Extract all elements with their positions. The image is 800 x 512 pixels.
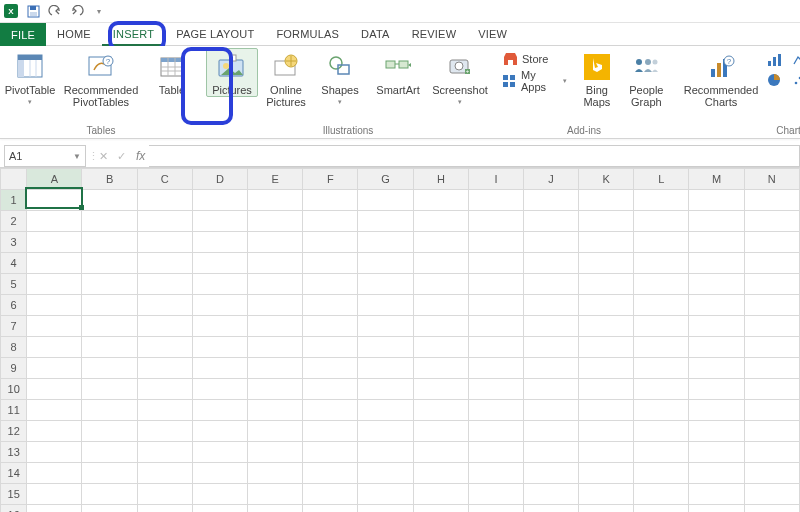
row-header[interactable]: 16 bbox=[1, 505, 27, 513]
bing-maps-button[interactable]: Bing Maps bbox=[573, 48, 620, 109]
cell[interactable] bbox=[579, 400, 634, 421]
cell[interactable] bbox=[303, 232, 358, 253]
cell[interactable] bbox=[137, 190, 192, 211]
cell[interactable] bbox=[413, 484, 468, 505]
cell[interactable] bbox=[523, 337, 578, 358]
cell[interactable] bbox=[744, 463, 799, 484]
row-header[interactable]: 7 bbox=[1, 316, 27, 337]
row-header[interactable]: 8 bbox=[1, 337, 27, 358]
cell[interactable] bbox=[579, 505, 634, 513]
cell[interactable] bbox=[523, 316, 578, 337]
cell[interactable] bbox=[689, 358, 744, 379]
cell[interactable] bbox=[634, 505, 689, 513]
cell[interactable] bbox=[192, 421, 247, 442]
cell[interactable] bbox=[689, 505, 744, 513]
cell[interactable] bbox=[192, 400, 247, 421]
cell[interactable] bbox=[27, 295, 82, 316]
cell[interactable] bbox=[413, 295, 468, 316]
cell[interactable] bbox=[82, 484, 137, 505]
cell[interactable] bbox=[27, 379, 82, 400]
cell[interactable] bbox=[634, 295, 689, 316]
cell[interactable] bbox=[248, 505, 303, 513]
cell[interactable] bbox=[468, 232, 523, 253]
cell[interactable] bbox=[579, 358, 634, 379]
chevron-down-icon[interactable]: ▼ bbox=[73, 152, 81, 161]
cell[interactable] bbox=[192, 211, 247, 232]
cell[interactable] bbox=[248, 442, 303, 463]
cell[interactable] bbox=[27, 463, 82, 484]
cell[interactable] bbox=[27, 274, 82, 295]
cell[interactable] bbox=[634, 463, 689, 484]
cell[interactable] bbox=[82, 505, 137, 513]
cell[interactable] bbox=[744, 316, 799, 337]
cell[interactable] bbox=[523, 484, 578, 505]
cell[interactable] bbox=[634, 274, 689, 295]
cell[interactable] bbox=[303, 295, 358, 316]
cell[interactable] bbox=[579, 211, 634, 232]
cell[interactable] bbox=[744, 484, 799, 505]
cell[interactable] bbox=[523, 253, 578, 274]
cell[interactable] bbox=[413, 505, 468, 513]
cell[interactable] bbox=[523, 211, 578, 232]
cell[interactable] bbox=[303, 484, 358, 505]
cell[interactable] bbox=[689, 463, 744, 484]
cell[interactable] bbox=[744, 190, 799, 211]
cell[interactable] bbox=[744, 232, 799, 253]
cell[interactable] bbox=[689, 421, 744, 442]
cell[interactable] bbox=[27, 253, 82, 274]
cell[interactable] bbox=[634, 484, 689, 505]
cell[interactable] bbox=[468, 316, 523, 337]
cell[interactable] bbox=[744, 337, 799, 358]
cell[interactable] bbox=[634, 232, 689, 253]
cell[interactable] bbox=[523, 358, 578, 379]
cell[interactable] bbox=[634, 253, 689, 274]
cell[interactable] bbox=[358, 337, 413, 358]
cell[interactable] bbox=[634, 211, 689, 232]
cell[interactable] bbox=[248, 484, 303, 505]
cell[interactable] bbox=[358, 421, 413, 442]
cell[interactable] bbox=[82, 274, 137, 295]
cell[interactable] bbox=[413, 232, 468, 253]
cell[interactable] bbox=[248, 400, 303, 421]
cell[interactable] bbox=[192, 232, 247, 253]
cell[interactable] bbox=[468, 337, 523, 358]
shapes-button[interactable]: Shapes▾ bbox=[314, 48, 366, 109]
column-header[interactable]: H bbox=[413, 169, 468, 190]
cell[interactable] bbox=[82, 379, 137, 400]
cell[interactable] bbox=[744, 274, 799, 295]
cell[interactable] bbox=[634, 400, 689, 421]
redo-icon[interactable] bbox=[70, 4, 84, 18]
cell[interactable] bbox=[413, 253, 468, 274]
cell[interactable] bbox=[579, 316, 634, 337]
cell[interactable] bbox=[82, 232, 137, 253]
table-button[interactable]: Table bbox=[146, 48, 198, 97]
cell[interactable] bbox=[137, 421, 192, 442]
cell[interactable] bbox=[303, 316, 358, 337]
row-header[interactable]: 5 bbox=[1, 274, 27, 295]
row-header[interactable]: 3 bbox=[1, 232, 27, 253]
undo-icon[interactable] bbox=[48, 4, 62, 18]
save-icon[interactable] bbox=[26, 4, 40, 18]
cell[interactable] bbox=[137, 316, 192, 337]
cell[interactable] bbox=[303, 421, 358, 442]
cell[interactable] bbox=[82, 190, 137, 211]
cell[interactable] bbox=[27, 337, 82, 358]
cell[interactable] bbox=[303, 463, 358, 484]
cell[interactable] bbox=[27, 421, 82, 442]
cell[interactable] bbox=[358, 484, 413, 505]
cell[interactable] bbox=[468, 421, 523, 442]
people-graph-button[interactable]: People Graph bbox=[623, 48, 670, 109]
cell[interactable] bbox=[358, 442, 413, 463]
row-header[interactable]: 12 bbox=[1, 421, 27, 442]
cell[interactable] bbox=[579, 484, 634, 505]
cell[interactable] bbox=[303, 400, 358, 421]
qat-customize-icon[interactable]: ▾ bbox=[92, 4, 106, 18]
cell[interactable] bbox=[468, 295, 523, 316]
cell[interactable] bbox=[634, 442, 689, 463]
cell[interactable] bbox=[248, 337, 303, 358]
screenshot-button[interactable]: + Screenshot▾ bbox=[430, 48, 490, 109]
row-header[interactable]: 2 bbox=[1, 211, 27, 232]
spreadsheet-grid[interactable]: ABCDEFGHIJKLMN12345678910111213141516171… bbox=[0, 168, 800, 512]
tab-page-layout[interactable]: PAGE LAYOUT bbox=[165, 23, 265, 46]
cell[interactable] bbox=[523, 274, 578, 295]
